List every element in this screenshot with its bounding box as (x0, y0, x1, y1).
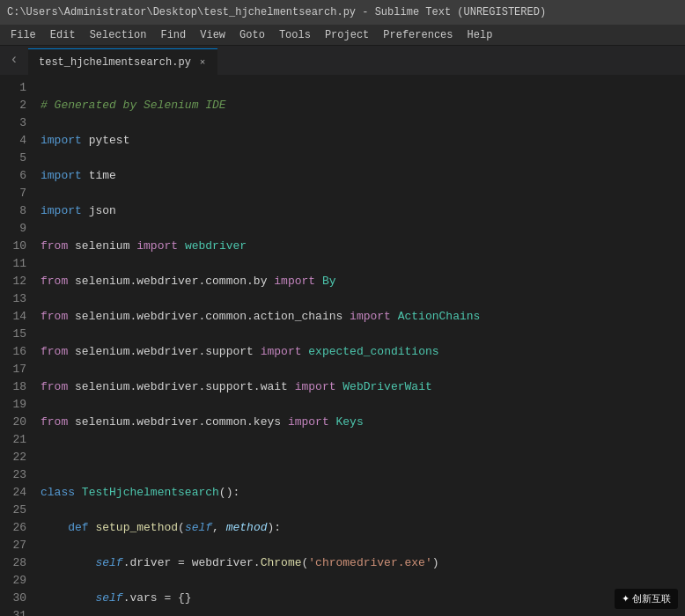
menu-help[interactable]: Help (460, 27, 500, 43)
menu-bar: File Edit Selection Find View Goto Tools… (0, 25, 685, 46)
line-3: import time (41, 167, 685, 185)
line-4: import json (41, 202, 685, 220)
line-13: def setup_method(self, method): (41, 519, 685, 537)
line-6: from selenium.webdriver.common.by import… (41, 273, 685, 290)
menu-tools[interactable]: Tools (272, 27, 318, 43)
code-area[interactable]: # Generated by Selenium IDE import pytes… (37, 76, 685, 616)
menu-goto[interactable]: Goto (232, 27, 272, 43)
line-12: class TestHjchelmentsearch(): (41, 484, 685, 502)
menu-find[interactable]: Find (153, 27, 193, 43)
menu-edit[interactable]: Edit (43, 27, 83, 43)
title-bar: C:\Users\Administrator\Desktop\test_hjch… (0, 0, 685, 25)
tab-nav-back[interactable]: ‹ (0, 45, 28, 75)
line-9: from selenium.webdriver.support.wait imp… (41, 378, 685, 396)
tab-bar: ‹ test_hjchelmentsearch.py × (0, 46, 685, 76)
tab-label: test_hjchelmentsearch.py (39, 56, 191, 69)
line-1: # Generated by Selenium IDE (41, 97, 685, 114)
line-14: self.driver = webdriver.Chrome('chromedr… (41, 554, 685, 572)
line-10: from selenium.webdriver.common.keys impo… (41, 414, 685, 431)
editor: 1 2 3 4 5 6 7 8 9 10 11 12 13 14 15 16 1… (0, 76, 685, 616)
line-11 (41, 449, 685, 466)
menu-selection[interactable]: Selection (83, 27, 154, 43)
menu-project[interactable]: Project (318, 27, 376, 43)
line-numbers: 1 2 3 4 5 6 7 8 9 10 11 12 13 14 15 16 1… (0, 76, 37, 616)
line-8: from selenium.webdriver.support import e… (41, 343, 685, 361)
menu-file[interactable]: File (4, 27, 43, 43)
tab-close-button[interactable]: × (198, 56, 208, 69)
title-text: C:\Users\Administrator\Desktop\test_hjch… (7, 6, 546, 18)
line-2: import pytest (41, 132, 685, 150)
line-15: self.vars = {} (41, 590, 685, 607)
menu-preferences[interactable]: Preferences (376, 27, 460, 43)
tab-active[interactable]: test_hjchelmentsearch.py × (28, 48, 217, 75)
watermark: ✦ 创新互联 (615, 589, 678, 609)
line-7: from selenium.webdriver.common.action_ch… (41, 308, 685, 326)
menu-view[interactable]: View (193, 27, 232, 43)
line-5: from selenium import webdriver (41, 238, 685, 255)
